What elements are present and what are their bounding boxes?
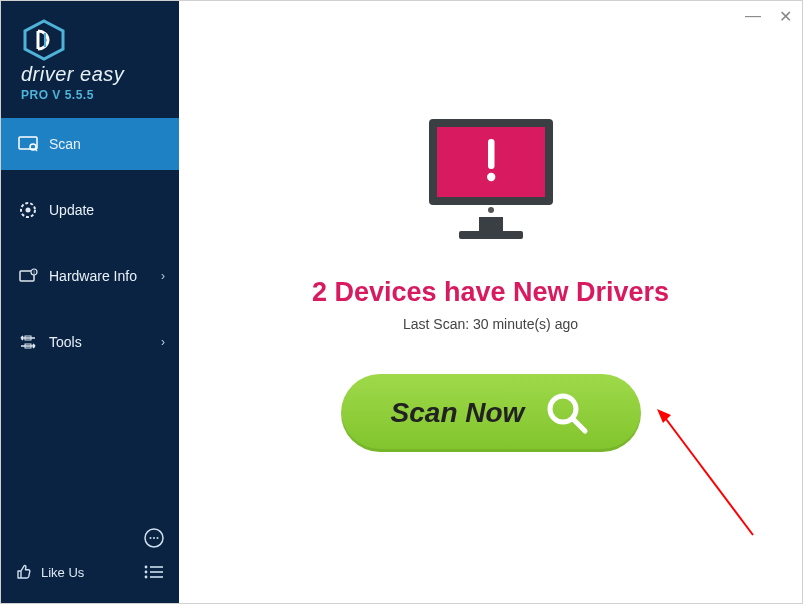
scan-now-button[interactable]: Scan Now (341, 374, 641, 452)
svg-line-34 (663, 415, 753, 535)
chevron-right-icon: › (161, 335, 165, 349)
annotation-arrow (657, 409, 777, 549)
brand-name: driver easy (21, 63, 159, 86)
status-monitor-icon (411, 113, 571, 255)
minimize-button[interactable]: — (745, 7, 761, 25)
svg-point-14 (150, 537, 152, 539)
like-us-button[interactable]: Like Us (15, 563, 84, 581)
svg-text:i: i (33, 269, 34, 275)
svg-point-16 (157, 537, 159, 539)
nav-hardware[interactable]: i Hardware Info › (1, 250, 179, 302)
svg-rect-30 (459, 231, 523, 239)
svg-point-19 (145, 571, 148, 574)
svg-point-21 (145, 576, 148, 579)
nav-scan-label: Scan (49, 136, 81, 152)
app-window: — ✕ driver easy PRO V 5.5.5 Scan (0, 0, 803, 604)
magnifier-icon (544, 390, 590, 436)
brand-version: PRO V 5.5.5 (21, 88, 159, 102)
status-headline: 2 Devices have New Drivers (312, 277, 669, 308)
main-panel: 2 Devices have New Drivers Last Scan: 30… (179, 1, 802, 603)
svg-point-28 (488, 207, 494, 213)
menu-list-icon[interactable] (143, 564, 165, 580)
svg-point-17 (145, 566, 148, 569)
svg-point-7 (26, 208, 31, 213)
svg-rect-31 (469, 141, 481, 175)
svg-point-15 (153, 537, 155, 539)
feedback-icon[interactable] (143, 527, 165, 549)
sidebar-bottom: Like Us (1, 511, 179, 603)
svg-rect-26 (488, 139, 495, 169)
svg-marker-35 (657, 409, 671, 423)
svg-point-27 (487, 173, 495, 181)
nav-scan[interactable]: Scan (1, 118, 179, 170)
like-us-label: Like Us (41, 565, 84, 580)
nav: Scan Update i Hardware Info › Tools (1, 118, 179, 382)
svg-line-33 (573, 419, 585, 431)
nav-tools-label: Tools (49, 334, 82, 350)
thumbs-up-icon (15, 563, 33, 581)
window-controls: — ✕ (745, 1, 802, 31)
nav-tools[interactable]: Tools › (1, 316, 179, 368)
svg-rect-29 (479, 217, 503, 231)
close-button[interactable]: ✕ (779, 7, 792, 26)
sidebar: driver easy PRO V 5.5.5 Scan Update i (1, 1, 179, 603)
nav-hardware-label: Hardware Info (49, 268, 137, 284)
scan-icon (17, 136, 39, 152)
update-icon (17, 201, 39, 219)
app-logo-icon (21, 19, 67, 61)
hardware-icon: i (17, 268, 39, 284)
tools-icon (17, 334, 39, 350)
scan-now-label: Scan Now (391, 397, 525, 429)
last-scan-text: Last Scan: 30 minute(s) ago (403, 316, 578, 332)
nav-update[interactable]: Update (1, 184, 179, 236)
chevron-right-icon: › (161, 269, 165, 283)
nav-update-label: Update (49, 202, 94, 218)
brand-block: driver easy PRO V 5.5.5 (1, 1, 179, 116)
svg-rect-3 (19, 137, 37, 149)
